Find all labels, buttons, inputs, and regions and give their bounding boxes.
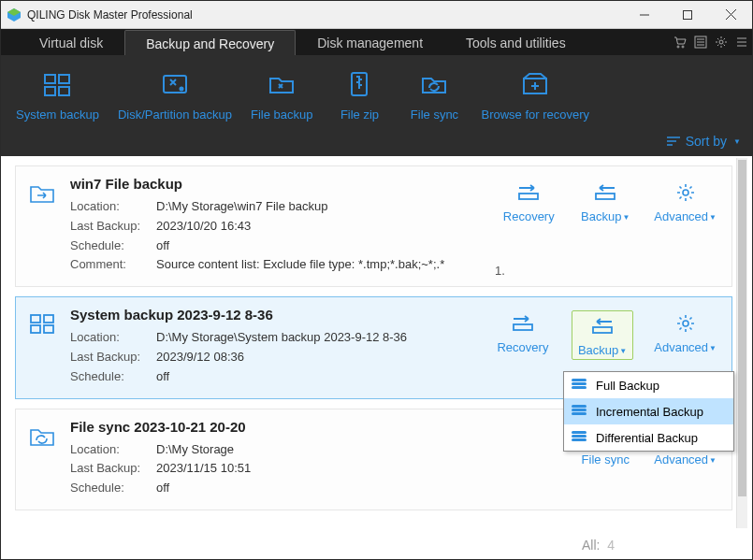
footer-count: All: 4 [4, 538, 736, 553]
window-title: QILING Disk Master Professional [27, 8, 623, 22]
tab-tools-utilities[interactable]: Tools and utilities [444, 29, 587, 55]
svg-rect-31 [44, 315, 53, 323]
backup-action[interactable]: Backup▼ [572, 310, 633, 360]
recovery-arrow-icon [495, 310, 551, 337]
zip-icon [331, 66, 387, 102]
chevron-down-icon: ▼ [619, 347, 627, 355]
advanced-action[interactable]: Advanced▼ [654, 179, 717, 223]
svg-point-36 [683, 321, 688, 326]
file-zip-button[interactable]: File zip [322, 66, 397, 122]
tab-virtual-disk[interactable]: Virtual disk [18, 29, 124, 55]
svg-rect-16 [45, 75, 55, 83]
chevron-down-icon: ▼ [733, 137, 741, 146]
recovery-action[interactable]: Recovery [495, 310, 551, 360]
cart-icon[interactable] [670, 29, 690, 55]
file-sync-label: File sync [411, 108, 458, 122]
file-backup-button[interactable]: File backup [241, 66, 322, 122]
gear-icon[interactable] [711, 29, 731, 55]
dropdown-item-incremental[interactable]: Incremental Backup [564, 398, 733, 424]
grid-icon [16, 66, 99, 102]
recovery-icon [481, 66, 589, 102]
file-backup-label: File backup [251, 108, 312, 122]
recovery-arrow-icon [500, 179, 557, 206]
minimize-button[interactable] [623, 1, 666, 28]
svg-rect-19 [59, 87, 69, 95]
close-button[interactable] [709, 1, 752, 28]
sort-icon [667, 136, 680, 147]
database-icon [572, 431, 586, 444]
maximize-button[interactable] [666, 1, 709, 28]
system-backup-button[interactable]: System backup [7, 66, 109, 122]
sync-folder-icon [29, 419, 57, 498]
file-zip-label: File zip [340, 108, 379, 122]
scrollbar[interactable] [736, 158, 747, 528]
chevron-down-icon: ▼ [709, 213, 717, 222]
svg-point-6 [677, 46, 679, 48]
svg-rect-18 [45, 87, 55, 95]
comment-extra: 1. [495, 264, 505, 278]
dropdown-item-full[interactable]: Full Backup [564, 372, 733, 398]
gear-icon [654, 179, 717, 206]
tab-disk-management[interactable]: Disk management [296, 29, 444, 55]
dropdown-item-differential[interactable]: Differential Backup [564, 424, 733, 451]
svg-rect-32 [31, 325, 40, 333]
menu-icon[interactable] [731, 29, 752, 55]
task-card[interactable]: win7 File backup Location:D:\My Storage\… [15, 165, 732, 287]
main-tabbar: Virtual disk Backup and Recovery Disk ma… [1, 29, 752, 55]
svg-point-21 [180, 88, 182, 91]
tab-backup-recovery[interactable]: Backup and Recovery [124, 30, 296, 56]
browse-recovery-label: Browse for recovery [481, 108, 589, 122]
system-backup-label: System backup [16, 108, 99, 122]
sync-folder-icon [406, 66, 462, 102]
grid-icon [29, 307, 57, 386]
browse-recovery-button[interactable]: Browse for recovery [471, 66, 599, 122]
chevron-down-icon: ▼ [709, 344, 717, 352]
backup-arrow-icon [577, 179, 633, 206]
svg-rect-34 [514, 324, 532, 330]
disk-partition-label: Disk/Partition backup [118, 108, 232, 122]
backup-dropdown: Full Backup Incremental Backup Different… [563, 371, 734, 452]
svg-rect-27 [519, 194, 538, 199]
svg-rect-3 [684, 10, 692, 19]
svg-rect-33 [44, 325, 53, 333]
svg-rect-28 [596, 194, 615, 199]
file-sync-button[interactable]: File sync [397, 66, 471, 122]
folder-arrow-icon [29, 176, 57, 275]
recovery-action[interactable]: Recovery [500, 179, 557, 223]
database-icon [572, 405, 586, 418]
svg-point-29 [683, 190, 688, 195]
folder-icon [251, 66, 312, 102]
chevron-down-icon: ▼ [622, 213, 630, 222]
svg-rect-30 [31, 315, 40, 323]
list-icon[interactable] [690, 29, 711, 55]
gear-icon [654, 310, 717, 337]
advanced-action[interactable]: Advanced▼ [654, 310, 717, 360]
task-list: win7 File backup Location:D:\My Storage\… [4, 156, 749, 556]
scroll-thumb[interactable] [738, 160, 746, 496]
app-logo-icon [7, 7, 22, 22]
chevron-down-icon: ▼ [709, 456, 717, 465]
database-icon [572, 379, 586, 392]
svg-rect-17 [59, 75, 69, 83]
disk-partition-backup-button[interactable]: Disk/Partition backup [109, 66, 241, 122]
backup-arrow-icon [578, 313, 627, 339]
action-toolbar: System backup Disk/Partition backup File… [1, 55, 752, 156]
titlebar: QILING Disk Master Professional [1, 1, 752, 29]
svg-rect-35 [593, 327, 612, 333]
backup-action[interactable]: Backup▼ [577, 179, 633, 223]
disk-icon [118, 66, 232, 102]
svg-point-12 [719, 40, 723, 44]
sort-by-button[interactable]: Sort by ▼ [667, 134, 741, 149]
svg-point-7 [682, 46, 684, 48]
